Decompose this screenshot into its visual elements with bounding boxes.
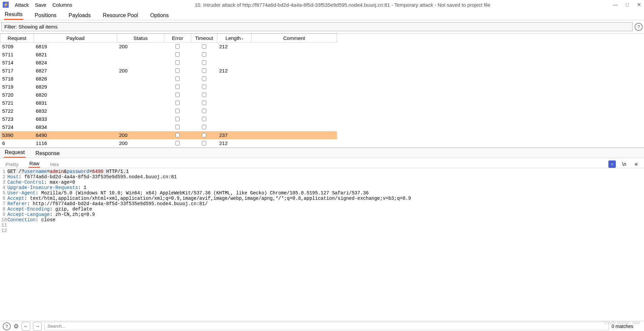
table-row[interactable]: 57096819200212 (0, 43, 337, 51)
tab-payloads[interactable]: Payloads (68, 11, 91, 20)
footer-bar: ? ⚙ ← → 0 matches (0, 321, 644, 331)
tab-options[interactable]: Options (149, 11, 169, 20)
inspector-icon[interactable]: ≡ (608, 160, 616, 168)
timeout-checkbox[interactable] (202, 125, 206, 129)
hamburger-icon[interactable]: ≡ (633, 160, 640, 168)
timeout-checkbox[interactable] (202, 133, 206, 137)
error-checkbox[interactable] (175, 133, 180, 137)
cell: 6824 (34, 59, 117, 67)
tab-resource-pool[interactable]: Resource Pool (102, 11, 139, 20)
watermark: CSDN @julien_qiao (604, 320, 640, 325)
raw-line: 1GET /?username=admin&password=6490 HTTP… (1, 169, 644, 174)
table-row[interactable]: 57216831 (0, 99, 337, 107)
cell: 5709 (0, 43, 34, 51)
subtab-hex[interactable]: Hex (49, 161, 60, 168)
line-number: 11 (1, 223, 7, 228)
cell (252, 83, 337, 91)
table-row[interactable]: 57226832 (0, 107, 337, 115)
filter-input[interactable]: Filter: Showing all items (1, 22, 633, 31)
error-checkbox[interactable] (175, 85, 180, 89)
error-checkbox[interactable] (175, 109, 180, 113)
menu-columns[interactable]: Columns (52, 2, 72, 8)
timeout-checkbox[interactable] (202, 60, 206, 65)
col-header-request[interactable]: Request (0, 34, 34, 43)
raw-line: 8Accept-Encoding: gzip, deflate (1, 206, 644, 212)
cell (117, 59, 164, 67)
error-checkbox[interactable] (175, 125, 180, 129)
cell (191, 51, 217, 59)
prev-arrow-icon[interactable]: ← (22, 322, 30, 331)
table-row[interactable]: 57116821 (0, 51, 337, 59)
timeout-checkbox[interactable] (202, 101, 206, 105)
timeout-checkbox[interactable] (202, 68, 206, 73)
table-row[interactable]: 57186828 (0, 75, 337, 83)
table-row[interactable]: 61116200212 (0, 139, 337, 147)
line-number: 3 (1, 180, 7, 185)
menu-save[interactable]: Save (35, 2, 46, 8)
error-checkbox[interactable] (175, 101, 180, 105)
menu-attack[interactable]: Attack (15, 2, 29, 8)
help-icon[interactable]: ? (635, 23, 643, 31)
error-checkbox[interactable] (175, 141, 180, 145)
error-checkbox[interactable] (175, 52, 180, 57)
timeout-checkbox[interactable] (202, 93, 206, 97)
raw-line: 9Accept-Language: zh-CN,zh;q=0.9 (1, 212, 644, 217)
subtab-pretty[interactable]: Pretty (5, 161, 19, 168)
table-row[interactable]: 57236833 (0, 115, 337, 123)
settings-icon[interactable]: ⚙ (13, 323, 19, 330)
table-row[interactable]: 53906490200237 (0, 131, 337, 139)
cell (191, 83, 217, 91)
cell (117, 123, 164, 131)
timeout-checkbox[interactable] (202, 109, 206, 113)
col-header-payload[interactable]: Payload (34, 34, 117, 43)
col-header-comment[interactable]: Comment (252, 34, 337, 43)
timeout-checkbox[interactable] (202, 44, 206, 49)
cell (164, 83, 191, 91)
cell (191, 43, 217, 51)
search-input[interactable] (44, 322, 609, 330)
error-checkbox[interactable] (175, 68, 180, 73)
tab-response[interactable]: Response (35, 149, 60, 158)
cell: 6834 (34, 123, 117, 131)
subtab-raw[interactable]: Raw (29, 160, 40, 168)
timeout-checkbox[interactable] (202, 141, 206, 145)
tab-results[interactable]: Results (4, 10, 23, 20)
error-checkbox[interactable] (175, 44, 180, 49)
minimize-icon[interactable]: — (613, 2, 618, 8)
cell (164, 99, 191, 107)
error-checkbox[interactable] (175, 117, 180, 121)
tab-positions[interactable]: Positions (34, 11, 57, 20)
cell: 212 (217, 67, 252, 75)
line-number: 10 (1, 217, 7, 223)
newline-icon[interactable]: \n (620, 160, 628, 168)
table-row[interactable]: 57146824 (0, 59, 337, 67)
cell: 6831 (34, 99, 117, 107)
raw-request-pane[interactable]: 1GET /?username=admin&password=6490 HTTP… (0, 168, 644, 321)
timeout-checkbox[interactable] (202, 117, 206, 121)
cell (117, 91, 164, 99)
close-icon[interactable]: ✕ (637, 2, 641, 8)
cell (191, 107, 217, 115)
table-row[interactable]: 57176827200212 (0, 67, 337, 75)
col-header-status[interactable]: Status (117, 34, 164, 43)
error-checkbox[interactable] (175, 77, 180, 81)
col-header-error[interactable]: Error (164, 34, 191, 43)
error-checkbox[interactable] (175, 60, 180, 65)
cell (117, 83, 164, 91)
next-arrow-icon[interactable]: → (33, 322, 42, 331)
table-row[interactable]: 57196829 (0, 83, 337, 91)
col-header-length[interactable]: Length▾ (217, 34, 252, 43)
timeout-checkbox[interactable] (202, 52, 206, 57)
cell: 5711 (0, 51, 34, 59)
timeout-checkbox[interactable] (202, 85, 206, 89)
maximize-icon[interactable]: □ (626, 2, 629, 8)
cell (164, 123, 191, 131)
timeout-checkbox[interactable] (202, 77, 206, 81)
table-row[interactable]: 57206820 (0, 91, 337, 99)
error-checkbox[interactable] (175, 93, 180, 97)
table-row[interactable]: 57246834 (0, 123, 337, 131)
help-footer-icon[interactable]: ? (3, 322, 11, 330)
tab-request[interactable]: Request (4, 148, 26, 158)
cell (252, 43, 337, 51)
col-header-timeout[interactable]: Timeout (191, 34, 217, 43)
